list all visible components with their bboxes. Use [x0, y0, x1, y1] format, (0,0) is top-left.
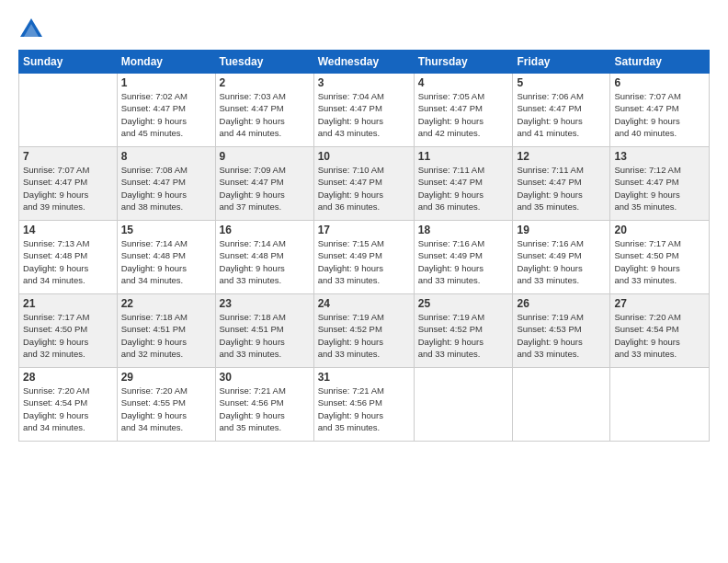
- day-number: 13: [614, 150, 705, 163]
- day-number: 11: [418, 150, 509, 163]
- day-number: 14: [23, 224, 113, 236]
- day-info: Sunrise: 7:12 AMSunset: 4:47 PMDaylight:…: [614, 164, 705, 213]
- table-row: 6Sunrise: 7:07 AMSunset: 4:47 PMDaylight…: [610, 74, 710, 147]
- col-header-wednesday: Wednesday: [313, 51, 414, 74]
- table-row: 10Sunrise: 7:10 AMSunset: 4:47 PMDayligh…: [313, 147, 414, 221]
- day-info: Sunrise: 7:11 AMSunset: 4:47 PMDaylight:…: [418, 164, 509, 213]
- day-info: Sunrise: 7:04 AMSunset: 4:47 PMDaylight:…: [318, 90, 410, 139]
- table-row: 18Sunrise: 7:16 AMSunset: 4:49 PMDayligh…: [414, 221, 513, 294]
- table-row: 31Sunrise: 7:21 AMSunset: 4:56 PMDayligh…: [313, 368, 414, 442]
- table-row: [19, 74, 118, 147]
- day-number: 12: [517, 150, 606, 163]
- day-number: 30: [220, 371, 310, 384]
- logo-icon: [18, 17, 44, 42]
- day-number: 27: [614, 297, 705, 310]
- calendar-table: SundayMondayTuesdayWednesdayThursdayFrid…: [18, 50, 710, 442]
- table-row: 2Sunrise: 7:03 AMSunset: 4:47 PMDaylight…: [215, 74, 313, 147]
- col-header-sunday: Sunday: [19, 51, 118, 74]
- header: [18, 17, 710, 42]
- table-row: 30Sunrise: 7:21 AMSunset: 4:56 PMDayligh…: [215, 368, 313, 442]
- day-number: 4: [418, 76, 509, 89]
- day-info: Sunrise: 7:20 AMSunset: 4:55 PMDaylight:…: [121, 385, 211, 433]
- day-info: Sunrise: 7:14 AMSunset: 4:48 PMDaylight:…: [220, 237, 310, 286]
- day-number: 20: [614, 224, 705, 236]
- day-info: Sunrise: 7:19 AMSunset: 4:52 PMDaylight:…: [418, 311, 509, 360]
- day-number: 1: [121, 76, 211, 89]
- day-info: Sunrise: 7:02 AMSunset: 4:47 PMDaylight:…: [121, 90, 211, 139]
- col-header-monday: Monday: [117, 51, 215, 74]
- table-row: 4Sunrise: 7:05 AMSunset: 4:47 PMDaylight…: [414, 74, 513, 147]
- table-row: 16Sunrise: 7:14 AMSunset: 4:48 PMDayligh…: [215, 221, 313, 294]
- table-row: 24Sunrise: 7:19 AMSunset: 4:52 PMDayligh…: [313, 294, 414, 368]
- day-number: 5: [517, 76, 606, 89]
- day-number: 17: [318, 224, 410, 236]
- day-number: 26: [517, 297, 606, 310]
- day-number: 15: [121, 224, 211, 236]
- page: SundayMondayTuesdayWednesdayThursdayFrid…: [0, 0, 728, 563]
- table-row: 20Sunrise: 7:17 AMSunset: 4:50 PMDayligh…: [610, 221, 710, 294]
- day-info: Sunrise: 7:19 AMSunset: 4:53 PMDaylight:…: [517, 311, 606, 360]
- calendar-header-row: SundayMondayTuesdayWednesdayThursdayFrid…: [19, 51, 710, 74]
- table-row: 17Sunrise: 7:15 AMSunset: 4:49 PMDayligh…: [313, 221, 414, 294]
- table-row: 19Sunrise: 7:16 AMSunset: 4:49 PMDayligh…: [513, 221, 610, 294]
- day-number: 19: [517, 224, 606, 236]
- day-number: 22: [121, 297, 211, 310]
- day-info: Sunrise: 7:08 AMSunset: 4:47 PMDaylight:…: [121, 164, 211, 213]
- table-row: 23Sunrise: 7:18 AMSunset: 4:51 PMDayligh…: [215, 294, 313, 368]
- day-info: Sunrise: 7:14 AMSunset: 4:48 PMDaylight:…: [121, 237, 211, 286]
- day-info: Sunrise: 7:20 AMSunset: 4:54 PMDaylight:…: [614, 311, 705, 360]
- calendar-week-row: 14Sunrise: 7:13 AMSunset: 4:48 PMDayligh…: [19, 221, 710, 294]
- table-row: 25Sunrise: 7:19 AMSunset: 4:52 PMDayligh…: [414, 294, 513, 368]
- day-number: 23: [220, 297, 310, 310]
- day-number: 2: [220, 76, 310, 89]
- day-number: 3: [318, 76, 410, 89]
- day-info: Sunrise: 7:07 AMSunset: 4:47 PMDaylight:…: [614, 90, 705, 139]
- day-number: 16: [220, 224, 310, 236]
- table-row: 21Sunrise: 7:17 AMSunset: 4:50 PMDayligh…: [19, 294, 118, 368]
- calendar-week-row: 1Sunrise: 7:02 AMSunset: 4:47 PMDaylight…: [19, 74, 710, 147]
- day-info: Sunrise: 7:06 AMSunset: 4:47 PMDaylight:…: [517, 90, 606, 139]
- calendar-week-row: 28Sunrise: 7:20 AMSunset: 4:54 PMDayligh…: [19, 368, 710, 442]
- col-header-thursday: Thursday: [414, 51, 513, 74]
- table-row: 7Sunrise: 7:07 AMSunset: 4:47 PMDaylight…: [19, 147, 118, 221]
- table-row: 11Sunrise: 7:11 AMSunset: 4:47 PMDayligh…: [414, 147, 513, 221]
- day-number: 31: [318, 371, 410, 384]
- calendar-week-row: 7Sunrise: 7:07 AMSunset: 4:47 PMDaylight…: [19, 147, 710, 221]
- col-header-friday: Friday: [513, 51, 610, 74]
- day-info: Sunrise: 7:21 AMSunset: 4:56 PMDaylight:…: [318, 385, 410, 433]
- day-info: Sunrise: 7:15 AMSunset: 4:49 PMDaylight:…: [318, 237, 410, 286]
- table-row: 8Sunrise: 7:08 AMSunset: 4:47 PMDaylight…: [117, 147, 215, 221]
- table-row: 28Sunrise: 7:20 AMSunset: 4:54 PMDayligh…: [19, 368, 118, 442]
- table-row: 12Sunrise: 7:11 AMSunset: 4:47 PMDayligh…: [513, 147, 610, 221]
- day-number: 18: [418, 224, 509, 236]
- table-row: 15Sunrise: 7:14 AMSunset: 4:48 PMDayligh…: [117, 221, 215, 294]
- table-row: 14Sunrise: 7:13 AMSunset: 4:48 PMDayligh…: [19, 221, 118, 294]
- day-info: Sunrise: 7:16 AMSunset: 4:49 PMDaylight:…: [418, 237, 509, 286]
- day-info: Sunrise: 7:16 AMSunset: 4:49 PMDaylight:…: [517, 237, 606, 286]
- table-row: 9Sunrise: 7:09 AMSunset: 4:47 PMDaylight…: [215, 147, 313, 221]
- day-number: 29: [121, 371, 211, 384]
- day-info: Sunrise: 7:07 AMSunset: 4:47 PMDaylight:…: [23, 164, 113, 213]
- table-row: 5Sunrise: 7:06 AMSunset: 4:47 PMDaylight…: [513, 74, 610, 147]
- day-number: 28: [23, 371, 113, 384]
- col-header-tuesday: Tuesday: [215, 51, 313, 74]
- day-number: 8: [121, 150, 211, 163]
- day-info: Sunrise: 7:09 AMSunset: 4:47 PMDaylight:…: [220, 164, 310, 213]
- calendar-week-row: 21Sunrise: 7:17 AMSunset: 4:50 PMDayligh…: [19, 294, 710, 368]
- day-info: Sunrise: 7:20 AMSunset: 4:54 PMDaylight:…: [23, 385, 113, 433]
- table-row: [414, 368, 513, 442]
- day-info: Sunrise: 7:19 AMSunset: 4:52 PMDaylight:…: [318, 311, 410, 360]
- table-row: 27Sunrise: 7:20 AMSunset: 4:54 PMDayligh…: [610, 294, 710, 368]
- day-info: Sunrise: 7:17 AMSunset: 4:50 PMDaylight:…: [23, 311, 113, 360]
- table-row: 3Sunrise: 7:04 AMSunset: 4:47 PMDaylight…: [313, 74, 414, 147]
- day-info: Sunrise: 7:17 AMSunset: 4:50 PMDaylight:…: [614, 237, 705, 286]
- day-info: Sunrise: 7:10 AMSunset: 4:47 PMDaylight:…: [318, 164, 410, 213]
- table-row: [513, 368, 610, 442]
- day-number: 9: [220, 150, 310, 163]
- table-row: 26Sunrise: 7:19 AMSunset: 4:53 PMDayligh…: [513, 294, 610, 368]
- day-info: Sunrise: 7:11 AMSunset: 4:47 PMDaylight:…: [517, 164, 606, 213]
- day-info: Sunrise: 7:13 AMSunset: 4:48 PMDaylight:…: [23, 237, 113, 286]
- day-number: 10: [318, 150, 410, 163]
- day-number: 7: [23, 150, 113, 163]
- day-number: 25: [418, 297, 509, 310]
